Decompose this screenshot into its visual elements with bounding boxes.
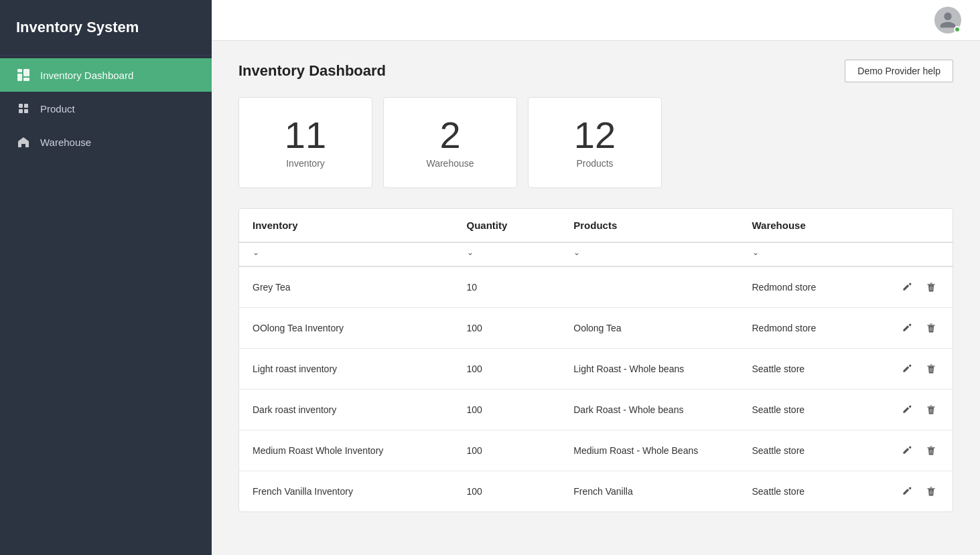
page-header: Inventory Dashboard Demo Provider help	[238, 60, 953, 82]
edit-icon	[902, 364, 912, 374]
edit-icon	[902, 282, 912, 293]
svg-rect-8	[22, 144, 25, 147]
online-indicator	[954, 26, 961, 33]
sidebar: Inventory System Inventory Dashboard	[0, 0, 212, 555]
dashboard-icon	[16, 68, 31, 82]
sidebar-item-dashboard[interactable]: Inventory Dashboard	[0, 58, 212, 92]
table-row: OOlong Tea Inventory100Oolong TeaRedmond…	[239, 308, 953, 349]
filter-actions	[882, 242, 953, 266]
edit-icon	[902, 445, 912, 456]
edit-button[interactable]	[899, 483, 915, 499]
delete-icon	[926, 445, 936, 456]
table-row: French Vanilla Inventory100French Vanill…	[239, 471, 953, 512]
stat-warehouse-value: 2	[439, 116, 460, 154]
svg-rect-4	[19, 104, 23, 108]
help-button[interactable]: Demo Provider help	[845, 60, 953, 82]
app-title: Inventory System	[0, 0, 212, 56]
stat-card-products: 12 Products	[528, 97, 662, 188]
delete-button[interactable]	[923, 443, 939, 459]
delete-button[interactable]	[923, 320, 939, 336]
table-row: Dark roast inventory100Dark Roast - Whol…	[239, 390, 953, 430]
table-row: Grey Tea10Redmond store	[239, 266, 953, 308]
filter-warehouse-btn[interactable]: ⌄	[752, 248, 759, 257]
delete-button[interactable]	[923, 483, 939, 499]
svg-rect-3	[23, 78, 29, 81]
filter-products-btn[interactable]: ⌄	[573, 248, 580, 257]
filter-products: ⌄	[560, 242, 738, 266]
delete-button[interactable]	[923, 402, 939, 418]
delete-icon	[926, 486, 936, 497]
user-avatar-wrapper[interactable]	[934, 7, 961, 33]
stat-products-value: 12	[574, 116, 616, 154]
delete-icon	[926, 404, 936, 415]
page-content: Inventory Dashboard Demo Provider help 1…	[212, 41, 980, 531]
svg-rect-7	[24, 109, 28, 113]
edit-button[interactable]	[899, 402, 915, 418]
edit-icon	[902, 323, 912, 333]
delete-icon	[926, 364, 936, 374]
svg-rect-1	[17, 74, 22, 81]
stat-products-label: Products	[576, 158, 613, 169]
table-row: Light roast inventory100Light Roast - Wh…	[239, 349, 953, 390]
col-header-actions	[882, 209, 953, 242]
stats-row: 11 Inventory 2 Warehouse 12 Products	[238, 97, 953, 188]
sidebar-nav: Inventory Dashboard Product Warehous	[0, 58, 212, 159]
main-content: Inventory Dashboard Demo Provider help 1…	[212, 0, 980, 555]
table-filter-row: ⌄ ⌄ ⌄ ⌄	[239, 242, 953, 266]
inventory-table: Inventory Quantity Products Warehouse	[239, 209, 953, 511]
filter-warehouse: ⌄	[739, 242, 882, 266]
filter-quantity: ⌄	[453, 242, 561, 266]
edit-icon	[902, 486, 912, 497]
svg-rect-6	[19, 109, 23, 113]
svg-rect-5	[24, 104, 28, 108]
col-header-products: Products	[560, 209, 738, 242]
edit-icon	[902, 404, 912, 415]
stat-warehouse-label: Warehouse	[426, 158, 474, 169]
stat-card-inventory: 11 Inventory	[238, 97, 372, 188]
svg-rect-0	[17, 69, 22, 72]
col-header-quantity: Quantity	[453, 209, 561, 242]
edit-button[interactable]	[899, 320, 915, 336]
stat-card-warehouse: 2 Warehouse	[383, 97, 517, 188]
delete-button[interactable]	[923, 361, 939, 377]
edit-button[interactable]	[899, 279, 915, 295]
col-header-warehouse: Warehouse	[739, 209, 882, 242]
delete-button[interactable]	[923, 279, 939, 295]
stat-inventory-label: Inventory	[286, 158, 325, 169]
sidebar-item-dashboard-label: Inventory Dashboard	[40, 70, 133, 81]
page-title: Inventory Dashboard	[238, 62, 386, 80]
warehouse-icon	[16, 135, 31, 149]
filter-inventory-btn[interactable]: ⌄	[253, 248, 259, 257]
edit-button[interactable]	[899, 443, 915, 459]
sidebar-item-warehouse[interactable]: Warehouse	[0, 125, 212, 159]
sidebar-item-warehouse-label: Warehouse	[40, 137, 91, 148]
sidebar-item-product[interactable]: Product	[0, 92, 212, 125]
filter-inventory: ⌄	[239, 242, 453, 266]
delete-icon	[926, 323, 936, 333]
product-icon	[16, 101, 31, 116]
stat-inventory-value: 11	[285, 116, 326, 154]
sidebar-item-product-label: Product	[40, 103, 75, 114]
table-body: Grey Tea10Redmond store OOlong Tea Inven…	[239, 266, 953, 511]
table-header-row: Inventory Quantity Products Warehouse	[239, 209, 953, 242]
col-header-inventory: Inventory	[239, 209, 453, 242]
topbar	[212, 0, 980, 41]
svg-rect-2	[23, 69, 29, 76]
filter-quantity-btn[interactable]: ⌄	[467, 248, 474, 257]
delete-icon	[926, 282, 936, 293]
edit-button[interactable]	[899, 361, 915, 377]
table-row: Medium Roast Whole Inventory100Medium Ro…	[239, 430, 953, 471]
inventory-table-container: Inventory Quantity Products Warehouse	[238, 208, 953, 512]
